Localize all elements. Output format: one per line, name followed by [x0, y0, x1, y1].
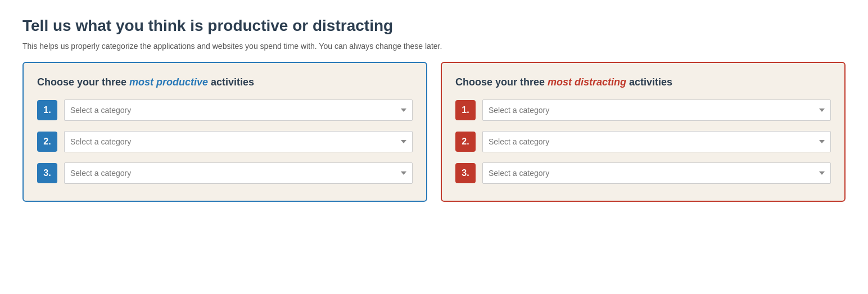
panels-container: Choose your three most productive activi…	[22, 62, 846, 202]
page-subtitle: This helps us properly categorize the ap…	[22, 42, 846, 51]
distracting-dropdown-3[interactable]: Select a category	[482, 162, 831, 184]
distracting-row-1: 1. Select a category	[455, 99, 831, 121]
productive-dropdown-1[interactable]: Select a category	[64, 99, 413, 121]
productive-dropdown-3[interactable]: Select a category	[64, 162, 413, 184]
productive-row-2: 2. Select a category	[37, 131, 413, 152]
distracting-row-3: 3. Select a category	[455, 162, 831, 184]
distracting-badge-1: 1.	[455, 100, 476, 120]
distracting-dropdown-1[interactable]: Select a category	[482, 99, 831, 121]
distracting-dropdown-2[interactable]: Select a category	[482, 131, 831, 152]
productive-row-3: 3. Select a category	[37, 162, 413, 184]
distracting-panel: Choose your three most distracting activ…	[441, 62, 846, 202]
productive-dropdown-2[interactable]: Select a category	[64, 131, 413, 152]
productive-badge-3: 3.	[37, 163, 57, 183]
page-title: Tell us what you think is productive or …	[22, 17, 846, 35]
productive-panel: Choose your three most productive activi…	[22, 62, 427, 202]
distracting-badge-3: 3.	[455, 163, 476, 183]
productive-row-1: 1. Select a category	[37, 99, 413, 121]
distracting-badge-2: 2.	[455, 132, 476, 152]
productive-badge-1: 1.	[37, 100, 57, 120]
distracting-panel-title: Choose your three most distracting activ…	[455, 76, 831, 88]
distracting-row-2: 2. Select a category	[455, 131, 831, 152]
productive-badge-2: 2.	[37, 132, 57, 152]
productive-panel-title: Choose your three most productive activi…	[37, 76, 413, 88]
